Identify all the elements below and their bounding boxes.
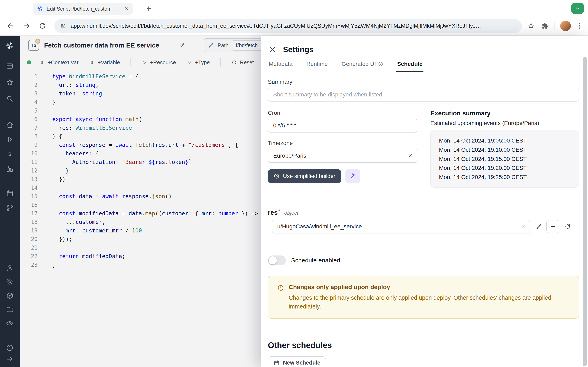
line-number: 17 (20, 209, 38, 218)
timezone-label: Timezone (268, 140, 417, 146)
tab-runtime[interactable]: Runtime (306, 60, 329, 72)
edit-resource-button[interactable] (536, 223, 542, 230)
line-number: 19 (20, 226, 38, 235)
sidebar-item-workspace[interactable] (0, 59, 20, 73)
sidebar-item-resources[interactable] (0, 161, 20, 176)
refresh-resource-button[interactable] (564, 223, 571, 230)
tab-metadata[interactable]: Metadata (268, 60, 293, 72)
browser-menu-icon[interactable] (576, 22, 583, 30)
svg-text:$: $ (41, 60, 43, 64)
schedule-event: Mon, 14 Oct 2024, 19:20:00 CEST (439, 164, 571, 173)
sidebar-item-windmill-logo[interactable] (0, 38, 20, 53)
use-simplified-builder-button[interactable]: Use simplified builder (268, 169, 341, 183)
execution-summary-subtitle: Estimated upcoming events (Europe/Paris) (430, 120, 579, 126)
add-resource-type-button[interactable]: +Resource (141, 59, 176, 66)
new-tab-button[interactable] (144, 4, 154, 13)
add-resource-button[interactable] (546, 220, 559, 233)
resource-arg-header: res* object (268, 209, 579, 216)
dollar-icon: $ (6, 150, 14, 158)
user-icon (6, 264, 14, 272)
schedule-enabled-label: Schedule enabled (291, 257, 340, 264)
sidebar-item-variables[interactable]: $ (0, 147, 20, 161)
calendar-icon (6, 189, 14, 197)
new-schedule-button[interactable]: New Schedule (268, 356, 326, 367)
help-icon: ? (6, 344, 14, 352)
settings-tabs: MetadataRuntimeGenerated UISchedule (261, 60, 588, 72)
sidebar: $ ? (0, 36, 20, 367)
tab-generated-ui[interactable]: Generated UI (341, 60, 384, 72)
add-context-var-button[interactable]: $+Context Var (39, 59, 79, 66)
boxes-icon (6, 165, 14, 173)
tab-schedule[interactable]: Schedule (396, 60, 423, 72)
url-text: app.windmill.dev/scripts/edit/f/bd/fetch… (71, 23, 522, 29)
extensions-icon[interactable] (541, 22, 549, 30)
windmill-app: $ ? TS Fetch customer data from EE servi… (0, 36, 588, 367)
browser-green-dropdown-button[interactable] (571, 3, 584, 14)
summary-label: Summary (268, 79, 579, 85)
edit-title-icon[interactable] (179, 42, 185, 48)
plus-icon (145, 5, 152, 12)
reset-button[interactable]: Reset (231, 59, 254, 66)
line-number: 10 (20, 149, 38, 158)
play-icon (6, 136, 14, 143)
edit-path-icon[interactable] (208, 42, 214, 48)
sidebar-item-search[interactable] (0, 91, 20, 106)
tab-close-icon[interactable] (123, 6, 130, 12)
sidebar-item-folders[interactable] (0, 303, 20, 317)
execution-summary-title: Execution summary (430, 110, 579, 117)
home-icon (6, 121, 14, 129)
reload-icon (38, 22, 47, 30)
line-number: 20 (20, 235, 38, 243)
tab-strip: Edit Script f/bd/fetch_custom (0, 0, 588, 16)
sidebar-item-audit[interactable] (0, 317, 20, 330)
tab-title: Edit Script f/bd/fetch_custom (47, 6, 120, 12)
pencil-icon (536, 223, 542, 230)
bookmark-star-icon[interactable] (527, 22, 535, 30)
timezone-input[interactable] (268, 149, 417, 163)
close-settings-button[interactable] (268, 45, 277, 54)
add-variable-button[interactable]: $+Variable (89, 59, 120, 66)
resource-row (268, 220, 579, 234)
execution-events: Mon, 14 Oct 2024, 19:05:00 CESTMon, 14 O… (430, 131, 579, 188)
sidebar-item-runs[interactable] (0, 132, 20, 147)
summary-input[interactable] (268, 88, 579, 101)
line-number: 15 (20, 192, 38, 201)
plus-icon (550, 224, 556, 230)
browser-tab[interactable]: Edit Script f/bd/fetch_custom (33, 3, 133, 15)
resource-input[interactable] (272, 220, 530, 234)
schedule-enabled-toggle[interactable] (268, 256, 286, 265)
resource-arg-name: res (268, 209, 278, 216)
git-branch-icon (6, 204, 14, 212)
sidebar-item-schedules[interactable] (0, 186, 20, 201)
required-mark: * (278, 208, 280, 215)
back-button[interactable] (7, 22, 15, 30)
browser-toolbar: app.windmill.dev/scripts/edit/f/bd/fetch… (0, 16, 588, 35)
deploy-warning-banner: Changes only applied upon deploy Changes… (268, 276, 579, 319)
sidebar-item-users[interactable] (0, 261, 20, 275)
address-bar[interactable]: app.windmill.dev/scripts/edit/f/bd/fetch… (54, 19, 522, 33)
ai-cron-generator-button[interactable] (345, 169, 360, 183)
cron-input[interactable] (268, 119, 417, 133)
clear-timezone-icon[interactable] (407, 153, 413, 159)
sidebar-item-branches[interactable] (0, 201, 20, 215)
forward-button[interactable] (22, 22, 31, 30)
sidebar-item-settings[interactable] (0, 275, 20, 289)
line-number: 6 (20, 115, 38, 124)
sidebar-item-help[interactable]: ? (0, 342, 20, 354)
line-number: 11 (20, 158, 38, 166)
add-type-button[interactable]: +Type (187, 59, 210, 66)
sidebar-item-workers[interactable] (0, 289, 20, 303)
profile-avatar[interactable] (560, 21, 571, 31)
sidebar-item-collapse[interactable] (0, 354, 20, 365)
sidebar-item-home[interactable] (0, 117, 20, 132)
schedule-event: Mon, 14 Oct 2024, 19:05:00 CEST (439, 136, 571, 145)
reload-button[interactable] (38, 22, 47, 30)
schedule-event: Mon, 14 Oct 2024, 19:15:00 CEST (439, 155, 571, 164)
line-number: 22 (20, 252, 38, 261)
sidebar-item-favorites[interactable] (0, 75, 20, 90)
site-info-icon[interactable] (60, 23, 66, 29)
svg-text:$: $ (8, 151, 11, 157)
alert-circle-icon (277, 284, 284, 291)
drawer-scrollbar[interactable] (583, 57, 587, 366)
clear-resource-icon[interactable] (520, 224, 526, 229)
